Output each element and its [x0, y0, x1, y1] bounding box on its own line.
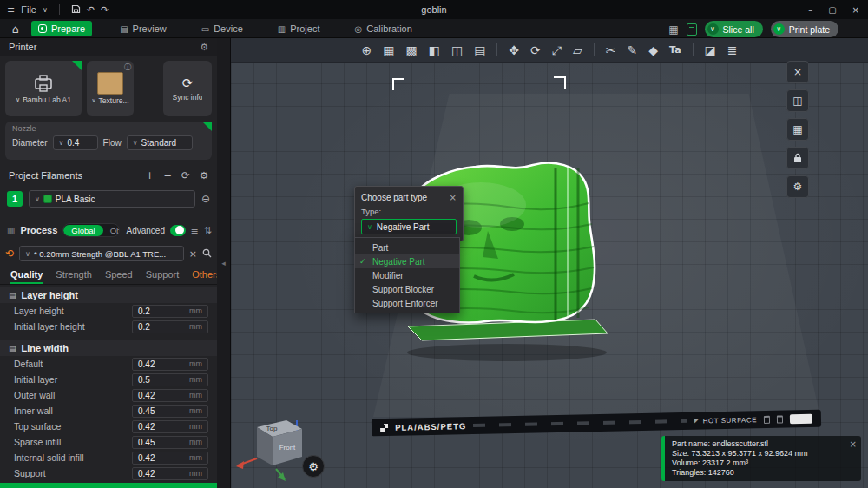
option-part[interactable]: Part	[355, 241, 459, 254]
exit-tool-icon[interactable]: ×	[786, 61, 809, 83]
compare-presets-icon[interactable]: ⇅	[204, 225, 212, 236]
param-input[interactable]: 0.2 mm	[132, 305, 208, 318]
move-icon[interactable]: ✥	[509, 44, 519, 56]
home-button[interactable]: ⌂	[7, 21, 24, 36]
add-filament-icon[interactable]: +	[146, 169, 155, 181]
close-button[interactable]: ×	[852, 5, 859, 15]
render-options-gear-icon[interactable]: ⚙	[786, 175, 809, 198]
variable-layer-height-icon[interactable]: ≣	[727, 44, 738, 56]
param-input[interactable]: 0.42mm	[132, 358, 208, 371]
file-menu[interactable]: File	[21, 4, 36, 15]
option-negative-part[interactable]: ✓ Negative Part	[355, 254, 459, 268]
save-icon[interactable]	[71, 4, 81, 16]
group-title: Layer height	[22, 290, 78, 300]
option-support-blocker[interactable]: Support Blocker	[355, 282, 459, 296]
param-input[interactable]: 0.45mm	[132, 436, 208, 449]
sweep-icon[interactable]: ◪	[705, 44, 716, 56]
tab-preview[interactable]: ▤ Preview	[113, 21, 174, 36]
tab-calibration[interactable]: ◎ Calibration	[348, 21, 419, 36]
rotate-icon[interactable]: ⟳	[530, 44, 541, 56]
tab-quality[interactable]: Quality	[10, 269, 43, 284]
tab-device[interactable]: ▭ Device	[194, 21, 250, 36]
flatten-icon[interactable]: ▱	[573, 44, 582, 56]
process-scope-toggle[interactable]: Global Objects	[62, 223, 119, 237]
param-input[interactable]: 0.2 mm	[132, 320, 208, 333]
sliced-file-icon[interactable]	[687, 23, 697, 36]
tab-speed[interactable]: Speed	[105, 269, 133, 284]
param-input[interactable]: 0.42mm	[132, 467, 208, 480]
param-input[interactable]: 0.45mm	[132, 405, 208, 418]
param-input[interactable]: 0.42mm	[132, 420, 208, 433]
arrange-objects-icon[interactable]: ▦	[383, 44, 394, 56]
viewport-3d[interactable]: ⊕ ▦ ▩ ◧ ◫ ▤ ✥ ⟳ ⤢ ▱ ✂ ✎ ◆ Ta ◪ ≣	[231, 38, 868, 488]
option-modifier[interactable]: Modifier	[355, 268, 459, 282]
print-plate-button[interactable]: ∨ Print plate	[771, 21, 838, 37]
tab-support[interactable]: Support	[146, 269, 180, 284]
print-options-chevron-icon[interactable]: ∨	[773, 23, 785, 35]
param-input[interactable]: 0.5mm	[132, 373, 208, 386]
plate-settings-icon[interactable]: ▦	[786, 118, 809, 141]
split-to-parts-icon[interactable]: ▤	[474, 44, 485, 56]
diameter-select[interactable]: ∨ 0.4	[53, 135, 98, 150]
printer-card[interactable]: ∨Bambu Lab A1	[5, 61, 82, 116]
process-objects-option[interactable]: Objects	[103, 225, 120, 236]
remove-filament-icon[interactable]: −	[163, 169, 172, 181]
tab-prepare[interactable]: Prepare	[31, 21, 92, 36]
paint-support-icon[interactable]: ✎	[628, 44, 638, 56]
print-plate-label: Print plate	[789, 24, 830, 35]
dialog-close-icon[interactable]: ×	[450, 193, 457, 202]
auto-orient-icon[interactable]: ◧	[429, 44, 440, 56]
printer-settings-gear-icon[interactable]: ⚙	[200, 42, 208, 53]
build-plate-card[interactable]: ⓘ ∨Texture...	[87, 61, 134, 116]
assembly-view-icon[interactable]: ▦	[668, 23, 678, 36]
menu-icon[interactable]: ≡	[7, 4, 15, 16]
arrange-plate-icon[interactable]: ▩	[405, 44, 417, 56]
undo-icon[interactable]: ↶	[87, 4, 95, 16]
view-cube-icon[interactable]: ◫	[786, 89, 809, 112]
group-line-width[interactable]: ▤ Line width	[0, 340, 217, 356]
sync-info-button[interactable]: ⟳ Sync info	[163, 61, 212, 116]
process-global-option[interactable]: Global	[63, 225, 102, 236]
slice-options-chevron-icon[interactable]: ∨	[707, 23, 719, 35]
param-input[interactable]: 0.42mm	[132, 389, 208, 402]
sync-filaments-icon[interactable]: ⟳	[181, 169, 190, 181]
advanced-toggle[interactable]	[170, 225, 186, 236]
orientation-gizmo[interactable]: Top Front	[231, 408, 314, 488]
seam-icon[interactable]: ◆	[648, 44, 658, 56]
slice-all-button[interactable]: ∨ Slice all	[705, 21, 763, 37]
flow-select[interactable]: ∨ Standard	[127, 135, 193, 150]
add-plate-icon[interactable]: ⊕	[361, 44, 372, 56]
viewport-settings-gear-button[interactable]: ⚙	[302, 455, 325, 478]
filament-settings-gear-icon[interactable]: ⚙	[200, 169, 208, 181]
filament-select[interactable]: ∨ PLA Basic	[29, 190, 195, 208]
text-tool-icon[interactable]: Ta	[669, 45, 681, 55]
tab-strength[interactable]: Strength	[56, 269, 92, 284]
redo-icon[interactable]: ↷	[101, 4, 108, 16]
filament-remove-icon[interactable]: ⊖	[201, 193, 210, 205]
printer-name: Bambu Lab A1	[23, 96, 71, 104]
cut-icon[interactable]: ✂	[606, 44, 616, 56]
scale-icon[interactable]: ⤢	[552, 44, 562, 56]
tab-project[interactable]: ▥ Project	[271, 21, 327, 36]
sidebar-resize-accent[interactable]	[0, 483, 217, 488]
group-layer-height[interactable]: ▤ Layer height	[0, 287, 217, 303]
part-info-panel: × Part name: endlesscutter.stl Size: 73.…	[661, 436, 861, 481]
split-to-objects-icon[interactable]: ◫	[451, 44, 463, 56]
maximize-button[interactable]: ▢	[828, 5, 836, 15]
search-settings-icon[interactable]	[202, 246, 212, 261]
file-menu-chevron-icon[interactable]: ∨	[43, 6, 48, 14]
option-support-enforcer[interactable]: Support Enforcer	[355, 296, 459, 310]
process-preset-select[interactable]: ∨ * 0.20mm Strength @BBL A1 TRE...	[19, 246, 184, 261]
tab-others[interactable]: Others	[192, 269, 217, 284]
clear-preset-icon[interactable]: ×	[189, 248, 197, 260]
part-type-select[interactable]: ∨ Negative Part	[361, 219, 457, 234]
param-input[interactable]: 0.42mm	[132, 452, 208, 465]
filament-index-badge[interactable]: 1	[7, 191, 23, 207]
sidebar-collapse-strip[interactable]: ◂	[217, 38, 231, 488]
reset-preset-icon[interactable]: ⟲	[5, 247, 14, 260]
info-close-icon[interactable]: ×	[850, 439, 857, 449]
minimize-button[interactable]: –	[808, 5, 812, 15]
plate-info-icon[interactable]: ⓘ	[124, 63, 131, 72]
lock-icon[interactable]	[786, 147, 809, 169]
view-all-settings-icon[interactable]: ≣	[191, 225, 199, 236]
